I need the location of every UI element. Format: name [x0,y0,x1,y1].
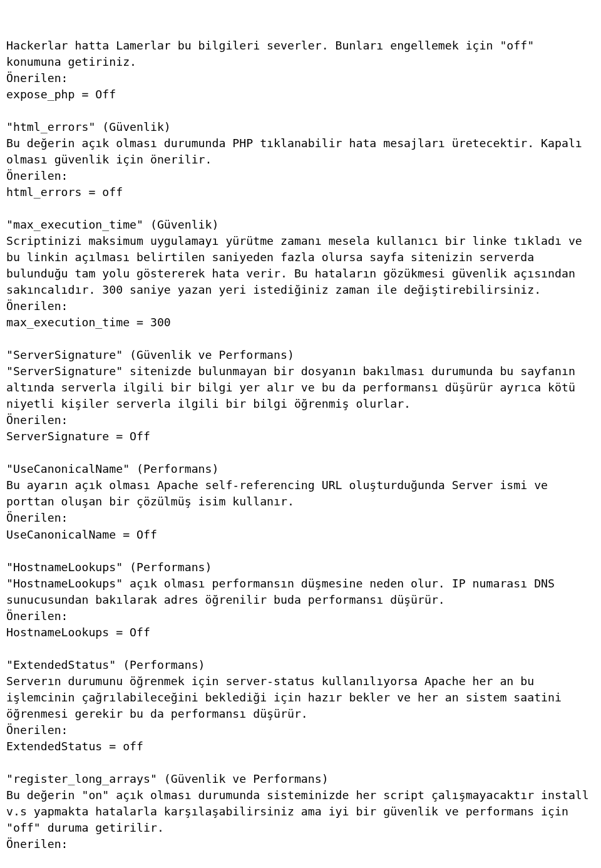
document-body: Hackerlar hatta Lamerlar bu bilgileri se… [6,38,595,852]
